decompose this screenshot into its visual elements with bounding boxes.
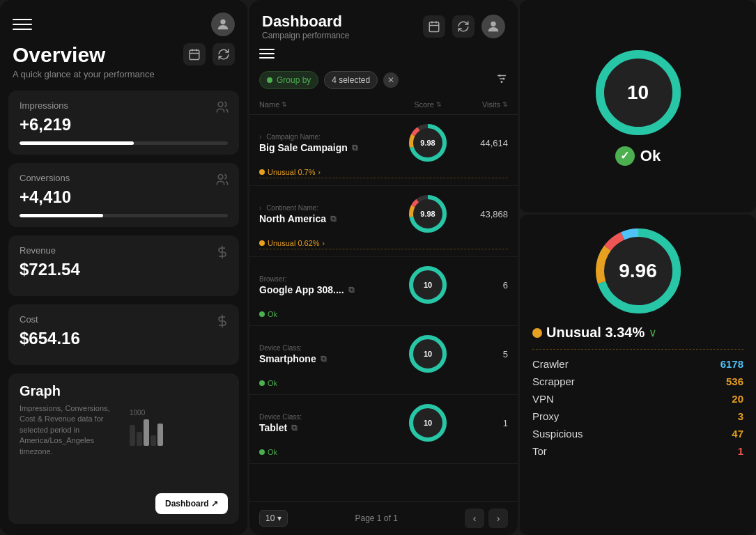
conversions-label: Conversions [20, 173, 228, 183]
row-category-3: Device Class: [259, 344, 396, 352]
cost-icon [215, 314, 229, 331]
col-visits-header[interactable]: Visits ⇅ [459, 100, 508, 109]
graph-title: Graph [20, 383, 228, 399]
graph-section: Graph Impressions, Conversions, Cost & R… [8, 373, 239, 524]
ok-check-icon: ✓ [615, 146, 635, 166]
conversions-bar [20, 214, 228, 217]
next-page-button[interactable]: › [488, 509, 508, 528]
header-right-icons [423, 15, 505, 38]
score-donut-3: 10 [407, 333, 449, 375]
table-row: Browser: Google App 308.... ⧉ 1 [249, 257, 518, 326]
cost-value: $654.16 [20, 329, 228, 348]
ok-tag-4: Ok [259, 448, 508, 456]
score-donut-0: 9.98 [407, 122, 449, 164]
unusual-tag-1[interactable]: Unusual 0.62% › [259, 239, 508, 249]
table-row: Device Class: Tablet ⧉ 10 [249, 395, 518, 464]
overview-subtitle: A quick glance at your performance [13, 69, 155, 79]
middle-hamburger[interactable] [259, 46, 275, 61]
revenue-value: $721.54 [20, 260, 228, 279]
page-info: Page 1 of 1 [293, 513, 459, 523]
proxy-label: Proxy [532, 410, 559, 422]
middle-refresh-btn[interactable] [452, 15, 475, 38]
ok-tag-2: Ok [259, 310, 508, 318]
suspicious-label: Suspicious [532, 428, 583, 440]
ok-status: ✓ Ok [615, 146, 661, 166]
unusual-tag-0[interactable]: Unusual 0.7% › [259, 168, 508, 178]
row-visits-4: 1 [459, 418, 508, 428]
suspicious-value: 47 [732, 428, 743, 440]
list-item: Tor 1 [532, 445, 743, 457]
ok-tag-3: Ok [259, 379, 508, 387]
page-size-select[interactable]: 10 ▾ [259, 510, 288, 527]
svg-point-19 [501, 81, 503, 83]
tor-value: 1 [738, 445, 743, 457]
row-name-col-1: › Continent Name: North America ⧉ [259, 204, 396, 224]
row-name-4: Tablet ⧉ [259, 422, 396, 433]
filter-options-button[interactable] [495, 72, 508, 88]
row-name-col-0: › Campaign Name: Big Sale Campaign ⧉ [259, 133, 396, 153]
overview-title: Overview [13, 43, 155, 66]
svg-point-6 [218, 175, 223, 180]
row-main-1: › Continent Name: North America ⧉ [259, 193, 508, 235]
table-row: Device Class: Smartphone ⧉ 10 [249, 326, 518, 395]
copy-icon-2[interactable]: ⧉ [348, 285, 355, 295]
cost-label: Cost [20, 314, 228, 325]
copy-icon-1[interactable]: ⧉ [330, 214, 337, 224]
impressions-card: Impressions +6,219 [8, 91, 239, 155]
graph-y-label: 1000 [130, 409, 145, 417]
hamburger-icon[interactable] [13, 15, 32, 34]
row-category-2: Browser: [259, 275, 396, 283]
row-score-4: 10 [396, 402, 459, 444]
table-row: › Campaign Name: Big Sale Campaign ⧉ [249, 115, 518, 186]
calendar-icon-btn[interactable] [183, 43, 206, 65]
copy-icon-4[interactable]: ⧉ [291, 423, 298, 433]
row-category-4: Device Class: [259, 413, 396, 421]
proxy-value: 3 [738, 410, 743, 422]
right-bottom-panel: 9.96 Unusual 3.34% ∨ Crawler 6178 Scrapp… [520, 215, 756, 535]
revenue-label: Revenue [20, 245, 228, 256]
score-donut-4: 10 [407, 402, 449, 444]
unusual-dot-icon [532, 328, 542, 338]
conversions-card: Conversions +4,410 [8, 163, 239, 227]
col-name-header[interactable]: Name ⇅ [259, 100, 396, 109]
chevron-down-icon[interactable]: ∨ [649, 326, 657, 339]
score-donut-2: 10 [407, 264, 449, 306]
scrapper-value: 536 [726, 375, 743, 387]
list-item: VPN 20 [532, 393, 743, 405]
ok-label: Ok [640, 147, 661, 165]
row-name-col-2: Browser: Google App 308.... ⧉ [259, 275, 396, 295]
avatar[interactable] [211, 13, 235, 36]
col-score-header[interactable]: Score ⇅ [396, 100, 459, 109]
row-visits-1: 43,868 [459, 209, 508, 219]
clear-filter-button[interactable]: ✕ [383, 72, 399, 88]
copy-icon-3[interactable]: ⧉ [321, 354, 327, 364]
group-by-tag[interactable]: Group by [259, 71, 318, 89]
row-score-3: 10 [396, 333, 459, 375]
unusual-divider [532, 349, 743, 350]
right-bottom-donut: 9.96 [593, 226, 684, 316]
vpn-value: 20 [732, 393, 743, 405]
copy-icon-0[interactable]: ⧉ [352, 143, 358, 153]
row-name-2: Google App 308.... ⧉ [259, 284, 396, 295]
overview-icons [183, 43, 235, 65]
middle-header: Dashboard Campaign performance [249, 0, 518, 46]
refresh-icon-btn[interactable] [213, 43, 235, 65]
dashboard-link-button[interactable]: Dashboard ↗ [155, 493, 228, 514]
conversions-icon [215, 173, 229, 189]
table-body: › Campaign Name: Big Sale Campaign ⧉ [249, 115, 518, 501]
selected-count-tag[interactable]: 4 selected [324, 71, 378, 89]
row-score-1: 9.98 [396, 193, 459, 235]
table-header: Name ⇅ Score ⇅ Visits ⇅ [249, 95, 518, 115]
middle-calendar-btn[interactable] [423, 15, 445, 38]
svg-point-0 [220, 20, 225, 24]
impressions-value: +6,219 [20, 115, 228, 134]
svg-point-17 [499, 75, 501, 77]
filter-bar: Group by 4 selected ✕ [249, 65, 518, 95]
users-icon [215, 100, 229, 117]
left-panel: Overview A quick glance at your performa… [0, 0, 247, 535]
right-top-panel: 10 ✓ Ok [520, 0, 756, 212]
row-main-2: Browser: Google App 308.... ⧉ 1 [259, 264, 508, 306]
prev-page-button[interactable]: ‹ [465, 509, 484, 528]
svg-rect-1 [190, 50, 199, 60]
middle-avatar[interactable] [481, 15, 505, 38]
